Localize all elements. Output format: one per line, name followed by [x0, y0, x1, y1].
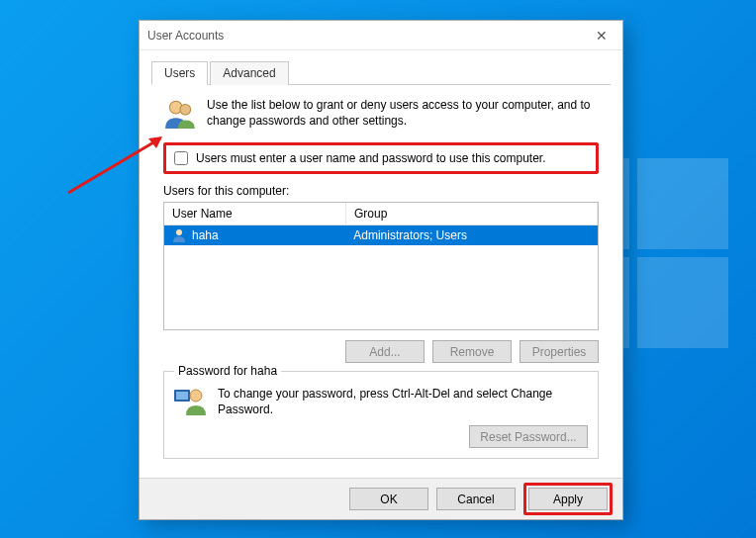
remove-button[interactable]: Remove	[432, 340, 512, 363]
dialog-footer: OK Cancel Apply	[140, 478, 622, 519]
password-group: Password for haha To change your passwor…	[163, 371, 599, 459]
titlebar: User Accounts ✕	[140, 21, 622, 50]
user-icon	[172, 228, 186, 242]
password-group-title: Password for haha	[174, 364, 281, 378]
add-button[interactable]: Add...	[345, 340, 425, 363]
ok-button[interactable]: OK	[349, 488, 428, 510]
intro-text: Use the list below to grant or deny user…	[207, 97, 599, 131]
intro-row: Use the list below to grant or deny user…	[157, 95, 605, 136]
cancel-button[interactable]: Cancel	[436, 488, 516, 510]
user-buttons-row: Add... Remove Properties	[163, 340, 599, 363]
require-login-label: Users must enter a user name and passwor…	[196, 151, 546, 165]
users-list-label: Users for this computer:	[163, 184, 599, 198]
users-icon	[163, 97, 197, 131]
reset-password-button[interactable]: Reset Password...	[469, 425, 588, 448]
svg-point-5	[190, 390, 202, 402]
listview-header: User Name Group	[164, 203, 598, 225]
table-row[interactable]: haha Administrators; Users	[164, 225, 598, 245]
tab-advanced[interactable]: Advanced	[210, 61, 288, 85]
password-instruction-text: To change your password, press Ctrl-Alt-…	[218, 386, 588, 417]
tabstrip: Users Advanced	[151, 60, 611, 85]
cell-username: haha	[192, 228, 347, 242]
close-icon[interactable]: ✕	[589, 29, 614, 43]
properties-button[interactable]: Properties	[520, 340, 599, 363]
svg-rect-4	[176, 392, 188, 400]
cell-group: Administrators; Users	[353, 228, 590, 242]
apply-highlight: Apply	[523, 483, 613, 515]
window-title: User Accounts	[147, 29, 589, 43]
svg-point-1	[180, 104, 191, 115]
apply-button[interactable]: Apply	[528, 488, 608, 510]
column-username[interactable]: User Name	[164, 203, 346, 224]
column-group[interactable]: Group	[346, 203, 598, 224]
svg-point-2	[176, 229, 182, 235]
require-login-checkbox-row[interactable]: Users must enter a user name and passwor…	[163, 142, 599, 174]
user-accounts-dialog: User Accounts ✕ Users Advanced Use the l…	[139, 20, 623, 520]
password-user-icon	[174, 386, 208, 415]
tab-users[interactable]: Users	[151, 61, 208, 85]
require-login-checkbox[interactable]	[174, 151, 188, 165]
users-listview[interactable]: User Name Group haha Administrators; Use…	[163, 202, 599, 330]
tab-page-users: Use the list below to grant or deny user…	[151, 85, 611, 472]
